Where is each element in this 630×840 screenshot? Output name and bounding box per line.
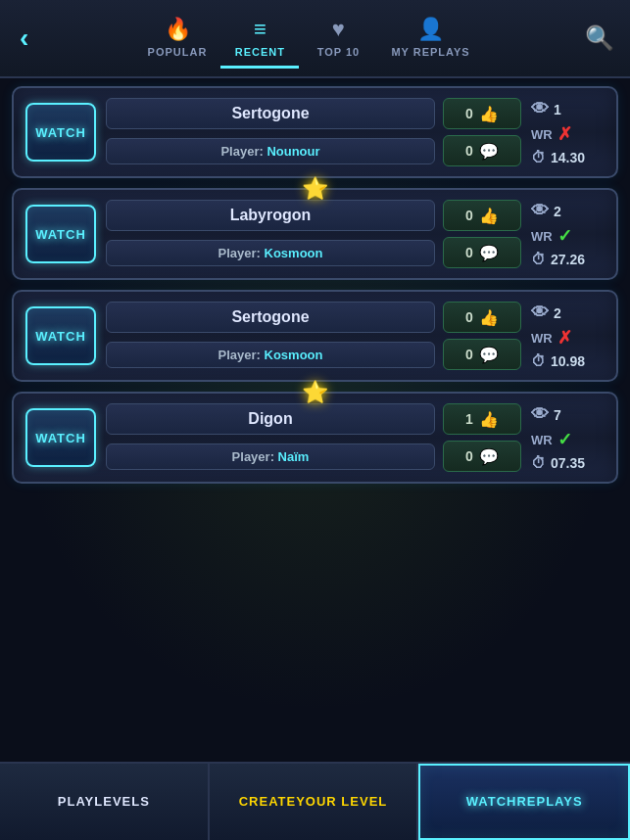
bottom-bar: PLAYLEVELS CREATEYOUR LEVEL WATCHREPLAYS (0, 762, 630, 840)
likes-box-3[interactable]: 0 👍 (443, 302, 521, 333)
wr-label-4: WR (531, 433, 553, 447)
wr-line-3: WR ✗ (531, 327, 572, 349)
comments-box-1[interactable]: 0 💬 (443, 135, 521, 166)
card-middle-3: Sertogone 0 👍 Player: Kosmoon 0 💬 (106, 302, 521, 370)
card-middle-2: Labyrogon 0 👍 Player: Kosmoon 0 💬 (106, 200, 521, 268)
star-badge-4: ⭐ (302, 380, 328, 405)
comment-icon-1: 💬 (479, 142, 499, 161)
likes-count-2: 0 (465, 208, 473, 223)
watch-button-4[interactable]: WATCH (25, 408, 96, 467)
replay-card-4: ⭐ WATCH Digon 1 👍 Player: Naïm 0 💬 (12, 392, 618, 484)
time-line-1: ⏱ 14.30 (531, 149, 585, 165)
time-value-2: 27.26 (551, 252, 585, 267)
time-line-2: ⏱ 27.26 (531, 251, 585, 267)
eye-icon-1: 👁 (531, 99, 549, 119)
comments-count-3: 0 (465, 347, 473, 362)
replay-card-3: WATCH Sertogone 0 👍 Player: Kosmoon 0 💬 (12, 290, 618, 382)
top10-icon: ♥ (332, 17, 345, 42)
search-button[interactable]: 🔍 (577, 24, 622, 52)
wr-yes-4: ✓ (557, 429, 572, 450)
comments-box-3[interactable]: 0 💬 (443, 339, 521, 370)
bottom-row-2: Player: Kosmoon 0 💬 (106, 237, 521, 268)
level-name-4: Digon (106, 403, 435, 435)
likes-box-4[interactable]: 1 👍 (443, 403, 521, 435)
replay-card-2: ⭐ WATCH Labyrogon 0 👍 Player: Kosmoon 0 … (12, 188, 618, 280)
popular-icon: 🔥 (165, 17, 191, 42)
views-line-1: 👁 1 (531, 99, 561, 119)
watch-button-3[interactable]: WATCH (25, 306, 96, 365)
nav-tabs: 🔥 POPULAR ≡ RECENT ♥ TOP 10 👤 MY REPLAYS (40, 9, 577, 69)
back-button[interactable]: ‹ (8, 23, 40, 54)
nav-tab-my_replays[interactable]: 👤 MY REPLAYS (377, 9, 483, 69)
nav-bar: ‹ 🔥 POPULAR ≡ RECENT ♥ TOP 10 👤 MY REPLA… (0, 0, 630, 78)
top10-label: TOP 10 (317, 46, 361, 58)
my_replays-icon: 👤 (417, 17, 444, 42)
bottom-row-4: Player: Naïm 0 💬 (106, 441, 521, 472)
star-badge-2: ⭐ (302, 176, 328, 202)
player-row-1: Player: Nounour (106, 138, 435, 164)
watch-button-2[interactable]: WATCH (25, 205, 96, 263)
views-line-3: 👁 2 (531, 303, 561, 323)
top-row-1: Sertogone 0 👍 (106, 98, 521, 129)
card-middle-4: Digon 1 👍 Player: Naïm 0 💬 (106, 403, 521, 472)
bottom-row-1: Player: Nounour 0 💬 (106, 135, 521, 166)
level-name-1: Sertogone (106, 98, 435, 129)
bottom-row-3: Player: Kosmoon 0 💬 (106, 339, 521, 370)
wr-yes-2: ✓ (557, 225, 572, 247)
comment-icon-2: 💬 (479, 244, 499, 262)
recent-icon: ≡ (254, 17, 267, 42)
comments-box-2[interactable]: 0 💬 (443, 237, 521, 268)
likes-count-4: 1 (465, 411, 473, 427)
likes-box-2[interactable]: 0 👍 (443, 200, 521, 231)
nav-tab-top10[interactable]: ♥ TOP 10 (299, 9, 377, 69)
clock-icon-4: ⏱ (531, 454, 546, 471)
time-value-4: 07.35 (551, 455, 585, 471)
wr-line-2: WR ✓ (531, 225, 572, 247)
player-row-2: Player: Kosmoon (106, 240, 435, 266)
comments-count-1: 0 (465, 143, 473, 159)
play-levels-button[interactable]: PLAYLEVELS (0, 764, 210, 840)
time-value-1: 14.30 (551, 150, 585, 165)
comments-count-2: 0 (465, 245, 473, 260)
eye-icon-3: 👁 (531, 303, 549, 323)
player-name-2: Kosmoon (265, 246, 323, 260)
top-row-2: Labyrogon 0 👍 (106, 200, 521, 231)
player-name-3: Kosmoon (265, 348, 323, 362)
watch-button-1[interactable]: WATCH (25, 103, 96, 162)
replay-card-1: WATCH Sertogone 0 👍 Player: Nounour 0 💬 (12, 86, 618, 178)
top-row-3: Sertogone 0 👍 (106, 302, 521, 333)
card-right-3: 👁 2 WR ✗ ⏱ 10.98 (531, 303, 605, 369)
level-name-2: Labyrogon (106, 200, 435, 231)
comments-box-4[interactable]: 0 💬 (443, 441, 521, 472)
player-name-4: Naïm (278, 449, 310, 464)
views-line-4: 👁 7 (531, 404, 561, 425)
likes-box-1[interactable]: 0 👍 (443, 98, 521, 129)
views-count-2: 2 (554, 204, 561, 219)
level-name-3: Sertogone (106, 302, 435, 333)
views-count-4: 7 (554, 407, 561, 423)
my_replays-label: MY REPLAYS (391, 46, 469, 58)
eye-icon-4: 👁 (531, 404, 549, 425)
like-icon-2: 👍 (479, 207, 499, 225)
wr-line-4: WR ✓ (531, 429, 572, 450)
card-right-1: 👁 1 WR ✗ ⏱ 14.30 (531, 99, 605, 165)
like-icon-1: 👍 (479, 105, 499, 123)
wr-label-2: WR (531, 229, 553, 244)
comments-count-4: 0 (465, 448, 473, 464)
eye-icon-2: 👁 (531, 201, 549, 221)
player-row-4: Player: Naïm (106, 443, 435, 470)
like-icon-4: 👍 (479, 410, 499, 429)
likes-count-3: 0 (465, 309, 473, 325)
popular-label: POPULAR (148, 46, 208, 58)
nav-tab-popular[interactable]: 🔥 POPULAR (134, 9, 221, 69)
watch-replays-button[interactable]: WATCHREPLAYS (418, 764, 630, 840)
comment-icon-4: 💬 (479, 447, 499, 466)
card-middle-1: Sertogone 0 👍 Player: Nounour 0 💬 (106, 98, 521, 166)
clock-icon-2: ⏱ (531, 251, 546, 267)
player-name-1: Nounour (267, 144, 319, 159)
nav-tab-recent[interactable]: ≡ RECENT (220, 9, 299, 69)
wr-no-3: ✗ (557, 327, 572, 349)
create-level-button[interactable]: CREATEYOUR LEVEL (210, 764, 419, 840)
time-line-4: ⏱ 07.35 (531, 454, 585, 471)
views-line-2: 👁 2 (531, 201, 561, 221)
